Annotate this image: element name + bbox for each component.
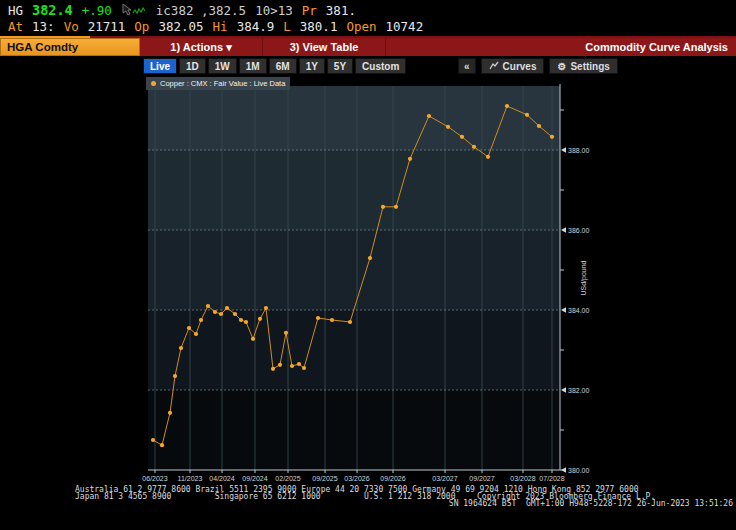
quote-field: 13:: [32, 19, 55, 34]
quote-field: Vo: [64, 19, 79, 34]
quote-field: Op: [134, 19, 149, 34]
quote-field: 10>13: [255, 3, 293, 18]
range-tabs: Live1D1W1M6M1Y5YCustom: [143, 58, 406, 74]
svg-text:382.00: 382.00: [568, 387, 590, 394]
settings-button-label: Settings: [570, 61, 609, 72]
quote-field: 380.1: [300, 19, 338, 34]
quote-field: At: [8, 19, 23, 34]
curve-chart-icon: [489, 61, 499, 72]
svg-text:09/2024: 09/2024: [242, 475, 267, 482]
tab-custom[interactable]: Custom: [355, 58, 406, 74]
tab-1y[interactable]: 1Y: [299, 58, 325, 74]
svg-text:09/2026: 09/2026: [380, 475, 405, 482]
svg-text:USd/pound: USd/pound: [580, 260, 588, 295]
menu-view-table[interactable]: 3) View Table: [263, 38, 386, 56]
quote-field: HG: [8, 3, 23, 18]
quote-field: 382.05: [158, 19, 203, 34]
title-bar: HGA Comdty 1) Actions ▾3) View Table Com…: [0, 38, 736, 56]
quote-field: Hi: [213, 19, 228, 34]
quote-field: 21711: [88, 19, 126, 34]
quote-field: 384.9: [237, 19, 275, 34]
gear-icon: ⚙: [557, 61, 566, 72]
quote-field: Open: [346, 19, 376, 34]
quote-field: 381.: [326, 3, 356, 18]
chart-region: Copper : CMX : Fair Value : Live Data 38…: [0, 76, 736, 484]
quote-field: 10742: [386, 19, 424, 34]
chart-legend: Copper : CMX : Fair Value : Live Data: [146, 77, 290, 90]
footer-terminal-info: SN 1964624 BST GMT+1:00 H948-5228-172 26…: [449, 499, 733, 508]
toolbar: Live1D1W1M6M1Y5YCustom « Curves ⚙ Settin…: [0, 58, 736, 74]
tab-live[interactable]: Live: [143, 58, 177, 74]
curves-button-label: Curves: [503, 61, 537, 72]
tab-5y[interactable]: 5Y: [327, 58, 353, 74]
svg-text:388.00: 388.00: [568, 147, 590, 154]
tab-1d[interactable]: 1D: [179, 58, 206, 74]
price-sparkline-icon: [121, 4, 147, 20]
quote-field: L: [283, 19, 291, 34]
quote-bar: HG382.4+.90ic382 ,382.510>13Pr381. At13:…: [0, 0, 736, 36]
svg-text:03/2026: 03/2026: [344, 475, 369, 482]
svg-text:386.00: 386.00: [568, 227, 590, 234]
svg-text:09/2025: 09/2025: [312, 475, 337, 482]
svg-text:384.00: 384.00: [568, 307, 590, 314]
curves-button[interactable]: Curves: [481, 58, 545, 74]
quote-field: 382.4: [32, 2, 73, 18]
tab-1w[interactable]: 1W: [208, 58, 237, 74]
tab-1m[interactable]: 1M: [239, 58, 267, 74]
legend-marker-icon: [151, 81, 156, 86]
settings-button[interactable]: ⚙ Settings: [549, 58, 617, 74]
svg-text:11/2023: 11/2023: [178, 475, 203, 482]
svg-text:03/2027: 03/2027: [432, 475, 457, 482]
bloomberg-terminal-window: HG382.4+.90ic382 ,382.510>13Pr381. At13:…: [0, 0, 736, 530]
app-title: Commodity Curve Analysis: [585, 38, 736, 56]
footer: Australia 61 2 9777 8600 Brazil 5511 239…: [0, 484, 736, 530]
quote-line-1: HG382.4+.90ic382 ,382.510>13Pr381.: [8, 2, 365, 20]
right-controls: « Curves ⚙ Settings: [458, 58, 618, 74]
quote-field: ic382 ,382.5: [156, 3, 246, 18]
ticker-box[interactable]: HGA Comdty: [0, 38, 140, 56]
svg-text:07/2028: 07/2028: [539, 475, 564, 482]
svg-text:04/2024: 04/2024: [209, 475, 234, 482]
svg-text:06/2023: 06/2023: [142, 475, 167, 482]
svg-text:380.00: 380.00: [568, 467, 590, 474]
svg-text:03/2028: 03/2028: [510, 475, 535, 482]
collapse-button[interactable]: «: [458, 58, 476, 74]
tab-6m[interactable]: 6M: [269, 58, 297, 74]
legend-label: Copper : CMX : Fair Value : Live Data: [160, 79, 285, 88]
quote-field: +.90: [82, 3, 112, 18]
menu-actions[interactable]: 1) Actions ▾: [140, 38, 263, 56]
svg-text:02/2025: 02/2025: [275, 475, 300, 482]
svg-text:09/2027: 09/2027: [469, 475, 494, 482]
footer-phone-line-2: Japan 81 3 4565 8900 Singapore 65 6212 1…: [75, 492, 456, 501]
quote-field: Pr: [302, 3, 317, 18]
quote-line-2: At13:Vo21711Op382.05Hi384.9L380.1Open107…: [8, 19, 432, 34]
futures-curve-chart[interactable]: 380.00382.00384.00386.00388.00USd/pound0…: [0, 76, 736, 484]
